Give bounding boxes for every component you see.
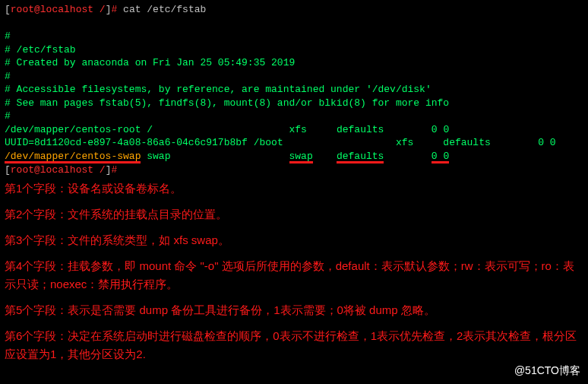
fstab-dump: 0	[538, 137, 544, 148]
fstab-dump: 0	[432, 124, 438, 135]
fstab-device: UUID=8d1120cd-e897-4a08-86a6-04c6c917b8b…	[5, 137, 248, 148]
fstab-entry: UUID=8d1120cd-e897-4a08-86a6-04c6c917b8b…	[5, 136, 583, 150]
watermark: @51CTO博客	[514, 363, 580, 378]
annotation-field-3: 第3个字段：文件的系统类型，如 xfs swap。	[5, 231, 583, 249]
bracket-open: [	[5, 164, 11, 176]
annotation-field-4: 第4个字段：挂载参数，即 mount 命令 "-o" 选项后所使用的参数，def…	[5, 257, 583, 294]
fstab-comment: # Created by anaconda on Fri Jan 25 05:4…	[5, 56, 583, 70]
fstab-mount: /boot	[254, 137, 283, 148]
annotations: 第1个字段：设备名或设备卷标名。 第2个字段：文件系统的挂载点目录的位置。 第3…	[5, 179, 583, 363]
annotation-field-5: 第5个字段：表示是否需要 dump 备份工具进行备份，1表示需要；0将被 dum…	[5, 301, 583, 319]
shell-prompt-line[interactable]: [root@localhost /]# cat /etc/fstab	[5, 3, 583, 17]
fstab-opts: defaults	[337, 151, 384, 162]
prompt-symbol: #	[111, 164, 117, 176]
bracket-open: [	[5, 4, 11, 15]
fstab-opts: defaults	[337, 124, 384, 135]
user-host: root@localhost	[11, 164, 93, 176]
fstab-comment: #	[5, 70, 583, 84]
fstab-opts: defaults	[443, 137, 490, 148]
fstab-type: xfs	[396, 137, 413, 148]
annotation-field-1: 第1个字段：设备名或设备卷标名。	[5, 179, 583, 198]
command-text: cat /etc/fstab	[123, 4, 206, 15]
fstab-comment: # Accessible filesystems, by reference, …	[5, 83, 583, 97]
fstab-mount: /	[147, 124, 153, 135]
fstab-comment: # /etc/fstab	[5, 43, 583, 57]
fstab-device: /dev/mapper/centos-swap	[5, 151, 141, 162]
annotation-field-6: 第6个字段：决定在系统启动时进行磁盘检查的顺序，0表示不进行检查，1表示优先检查…	[5, 327, 583, 363]
fstab-type: xfs	[289, 124, 307, 135]
fstab-entry: /dev/mapper/centos-swap swap swap defaul…	[5, 150, 583, 163]
fstab-pass: 0	[550, 137, 556, 148]
user-host: root@localhost	[11, 4, 93, 15]
cwd: /	[100, 4, 106, 15]
fstab-device: /dev/mapper/centos-root	[5, 124, 141, 135]
cwd: /	[100, 164, 106, 176]
annotation-field-2: 第2个字段：文件系统的挂载点目录的位置。	[5, 205, 583, 224]
fstab-mount: swap	[147, 151, 170, 162]
fstab-entry: /dev/mapper/centos-root / xfs defaults 0…	[5, 123, 583, 137]
fstab-comment: # See man pages fstab(5), findfs(8), mou…	[5, 97, 583, 110]
fstab-type: swap	[289, 151, 313, 162]
fstab-comment: #	[5, 30, 583, 43]
fstab-pass: 0	[443, 124, 449, 135]
fstab-dump-pass: 0 0	[432, 151, 449, 162]
fstab-comment: #	[5, 109, 583, 123]
shell-prompt-line[interactable]: [root@localhost /]#	[5, 163, 583, 177]
